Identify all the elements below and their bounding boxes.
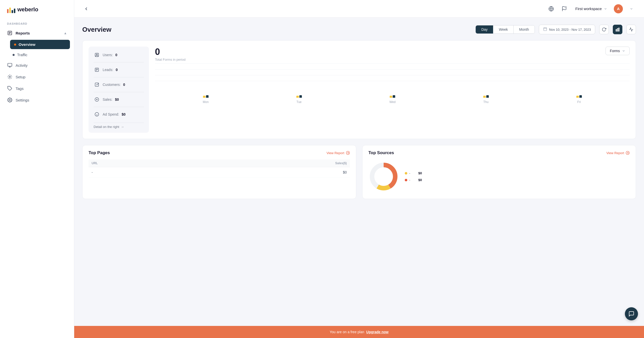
chart-header: 0 Total Forms in period Forms: [155, 47, 630, 61]
traffic-dot: [13, 54, 15, 56]
page-title-row: Overview Day Week Month Nov 10, 2023 - N…: [82, 25, 636, 34]
day-fri-label: Fri: [577, 100, 581, 104]
chart-bars: Mon Tue: [155, 89, 630, 104]
legend-label-1: -: [409, 171, 410, 175]
divider-2: [94, 77, 144, 77]
banner-text: You are on a free plan: [330, 330, 364, 334]
tab-week[interactable]: Week: [493, 25, 514, 33]
customers-value: 0: [123, 83, 125, 87]
user-caret-btn[interactable]: [627, 4, 636, 13]
legend-dot-2: [405, 179, 407, 181]
page-sales: $0: [196, 167, 350, 178]
grid-line-4: [155, 81, 630, 81]
grid-line-2: [155, 69, 630, 70]
svg-rect-26: [95, 83, 99, 86]
bar-fri-teal: [579, 95, 582, 98]
avatar[interactable]: A: [614, 4, 623, 13]
page-url: -: [89, 167, 196, 178]
activity-icon: [7, 62, 13, 68]
chart-total-value: 0: [155, 47, 185, 57]
bar-mon-teal: [206, 95, 209, 98]
content-area: Overview Day Week Month Nov 10, 2023 - N…: [74, 18, 644, 338]
adspend-label: Ad Spend:: [103, 112, 119, 116]
legend-label-2: -: [409, 178, 410, 182]
col-sales: Sales($): [196, 159, 350, 167]
tags-icon: [7, 86, 13, 91]
date-picker[interactable]: Nov 10, 2023 - Nov 17, 2023: [539, 25, 595, 34]
settings-label: Settings: [16, 98, 29, 102]
flag-icon-btn[interactable]: [560, 4, 569, 13]
day-tue-label: Tue: [297, 100, 302, 104]
bottom-row: Top Pages View Report URL Sales($): [82, 145, 636, 199]
top-pages-view-report[interactable]: View Report: [327, 151, 350, 155]
main-content: First workspace A Overview Day Week Mont…: [74, 0, 644, 338]
svg-rect-17: [616, 29, 617, 31]
day-thu: Thu: [483, 95, 489, 104]
logo: weberlo: [0, 0, 74, 19]
svg-point-30: [95, 113, 99, 116]
sidebar-item-reports[interactable]: Reports ▲: [0, 27, 74, 39]
day-wed-label: Wed: [389, 100, 395, 104]
workspace-name: First workspace: [575, 7, 602, 11]
sales-value: $0: [115, 97, 119, 102]
sidebar-item-activity[interactable]: Activity: [0, 59, 74, 71]
sidebar: weberlo DASHBOARD Reports ▲ Overview Tra…: [0, 0, 74, 338]
free-plan-banner: You are on a free plan Upgrade now: [74, 326, 644, 338]
divider-3: [94, 92, 144, 92]
users-icon: [94, 52, 100, 58]
chart-dropdown[interactable]: Forms: [606, 47, 630, 55]
sidebar-section-label: DASHBOARD: [0, 19, 74, 27]
tab-day[interactable]: Day: [476, 25, 493, 33]
chart-grid: Mon Tue: [155, 63, 630, 133]
leads-icon: [94, 66, 100, 73]
view-report-sources-text: View Report: [606, 151, 624, 155]
bar-thu-teal: [486, 95, 489, 98]
users-value: 0: [115, 53, 117, 57]
stat-users: Users: 0: [94, 52, 144, 58]
day-mon-label: Mon: [203, 100, 209, 104]
globe-icon-btn[interactable]: [547, 4, 556, 13]
upgrade-link[interactable]: Upgrade now: [366, 330, 389, 334]
sidebar-item-tags[interactable]: Tags: [0, 83, 74, 94]
detail-link[interactable]: Detail on the right →: [94, 123, 144, 129]
donut-area: - $0 - $0: [369, 159, 630, 194]
svg-point-21: [96, 54, 98, 55]
day-thu-bars: [483, 95, 489, 98]
bar-chart-btn[interactable]: [613, 25, 622, 34]
stat-sales: Sales: $0: [94, 96, 144, 103]
top-sources-view-report[interactable]: View Report: [606, 151, 630, 155]
stat-leads: Leads: 0: [94, 66, 144, 73]
overview-dot: [14, 44, 16, 46]
sidebar-item-traffic[interactable]: Traffic: [13, 50, 74, 59]
tab-month[interactable]: Month: [514, 25, 535, 33]
logo-bar-4: [14, 9, 15, 13]
divider-4: [94, 107, 144, 107]
sidebar-item-settings[interactable]: Settings: [0, 94, 74, 106]
leads-value: 0: [116, 68, 118, 72]
sidebar-item-setup[interactable]: Setup: [0, 71, 74, 83]
back-button[interactable]: [82, 5, 90, 13]
legend-item-1: - $0: [405, 171, 422, 175]
logo-bar-2: [9, 8, 11, 13]
top-sources-header: Top Sources View Report: [369, 150, 630, 155]
customers-label: Customers:: [103, 83, 121, 87]
view-report-text: View Report: [327, 151, 344, 155]
svg-rect-18: [617, 28, 618, 31]
chart-dropdown-label: Forms: [610, 49, 620, 53]
activity-label: Activity: [16, 63, 28, 67]
header: First workspace A: [74, 0, 644, 18]
top-sources-card: Top Sources View Report: [362, 145, 636, 199]
adspend-icon: [94, 111, 100, 118]
stat-adspend: Ad Spend: $0: [94, 111, 144, 118]
logo-bars: [7, 6, 15, 13]
page-title: Overview: [82, 26, 471, 33]
traffic-label: Traffic: [17, 53, 27, 57]
donut-chart: [369, 161, 399, 192]
day-mon: Mon: [203, 95, 209, 104]
workspace-selector[interactable]: First workspace: [573, 5, 610, 12]
svg-rect-19: [619, 28, 619, 31]
refresh-btn[interactable]: [599, 25, 609, 34]
chat-bubble[interactable]: [625, 307, 638, 320]
line-chart-btn[interactable]: [626, 25, 636, 34]
sidebar-item-overview[interactable]: Overview: [10, 40, 70, 49]
